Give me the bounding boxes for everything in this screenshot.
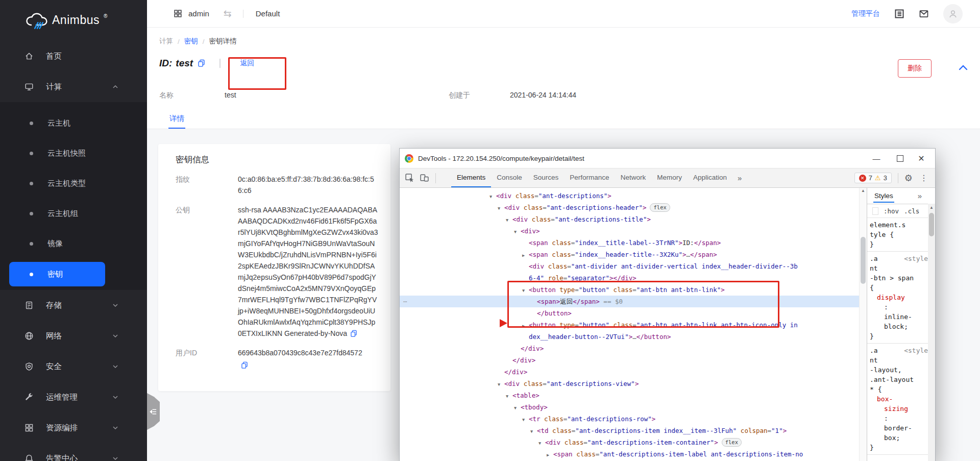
admin-platform-link[interactable]: 管理平台	[851, 9, 880, 18]
dom-tree-node[interactable]: ▼<button type="button" class="ant-btn an…	[400, 284, 859, 296]
scrollbar-up-arrow[interactable]: ▲	[860, 188, 867, 193]
issues-badge[interactable]: ✕ 7 ⚠ 3	[854, 173, 892, 183]
flex-badge[interactable]: flex	[650, 203, 670, 212]
filter-input[interactable]	[872, 207, 878, 215]
devtools-tab-console[interactable]: Console	[491, 168, 528, 187]
dom-tree-node[interactable]: ▼<div class="ant-descriptions-title">	[400, 213, 859, 225]
style-rule-line[interactable]: * {	[870, 384, 933, 394]
style-rule-line[interactable]: sizing	[870, 404, 933, 414]
sidebar-subitem-active[interactable]: 密钥	[9, 262, 105, 286]
sidebar-item[interactable]: 存储	[0, 290, 147, 321]
style-rule-block[interactable]: <style>.ant-layout,.ant-layout* {box-siz…	[867, 344, 935, 455]
toggle-hover-state[interactable]: :hov	[884, 207, 899, 215]
dom-tree-node[interactable]: </div>	[400, 354, 859, 366]
style-rule-line[interactable]: nt	[870, 263, 933, 273]
dom-tree-node[interactable]: ▼<div class="ant-descriptions-item-conta…	[400, 436, 859, 448]
devtools-menu-dots-icon[interactable]: ⋮	[918, 173, 930, 183]
dom-tree-node[interactable]: dex__header-button--2VTui">…</button>	[400, 331, 859, 343]
expand-arrow-right-icon[interactable]: ▶	[522, 250, 529, 261]
device-toolbar-icon[interactable]	[420, 173, 429, 183]
minimize-button[interactable]: —	[869, 149, 884, 168]
dom-tree-node[interactable]: ▶<span class="index__header-title--3X2Ku…	[400, 249, 859, 260]
dom-tree-node[interactable]: </button>	[400, 307, 859, 319]
expand-arrow-down-icon[interactable]: ▼	[530, 426, 537, 438]
dom-tree-node[interactable]: ▼<div>	[400, 225, 859, 237]
mail-icon[interactable]	[919, 9, 929, 19]
toggle-class[interactable]: .cls	[904, 207, 919, 215]
close-button[interactable]: ✕	[914, 149, 929, 168]
sidebar-item-compute[interactable]: 计算	[0, 71, 147, 102]
devtools-titlebar[interactable]: DevTools - 172.20.154.250/compute/keypai…	[400, 149, 935, 168]
project-selector[interactable]: admin	[188, 9, 209, 18]
switch-project-icon[interactable]: ⇆	[224, 8, 232, 19]
elements-scrollbar[interactable]: ▲	[859, 188, 867, 461]
copy-id-icon[interactable]	[198, 59, 205, 67]
sidebar-subitem-item[interactable]: 云主机类型	[0, 168, 147, 199]
more-tabs-icon[interactable]: »	[732, 169, 747, 187]
breadcrumb-keypair[interactable]: 密钥	[184, 37, 198, 46]
expand-arrow-down-icon[interactable]: ▼	[506, 214, 512, 226]
flex-badge[interactable]: flex	[722, 438, 742, 447]
delete-button[interactable]: 删除	[898, 59, 932, 78]
sidebar-item[interactable]: 安全	[0, 351, 147, 382]
expand-arrow-down-icon[interactable]: ▼	[514, 402, 521, 414]
task-list-icon[interactable]	[894, 9, 904, 19]
dom-tree-node[interactable]: ▶<button type="button" class="ant-btn an…	[400, 319, 859, 331]
styles-scrollbar[interactable]: ▲	[928, 204, 935, 461]
sidebar-subitem-item[interactable]: 镜像	[0, 229, 147, 259]
sidebar-subitem-item[interactable]: 云主机	[0, 108, 147, 138]
dom-tree-node[interactable]: <span class="index__title-label--3TrNR">…	[400, 237, 859, 249]
devtools-tab-memory[interactable]: Memory	[651, 168, 688, 187]
tab-detail[interactable]: 详情	[168, 110, 185, 129]
expand-arrow-down-icon[interactable]: ▼	[489, 191, 496, 203]
breadcrumb-compute[interactable]: 计算	[159, 37, 173, 46]
expand-arrow-down-icon[interactable]: ▼	[498, 379, 504, 391]
style-rule-block[interactable]: <style>.ant-btn > span{display:inline-bl…	[867, 252, 935, 344]
dom-tree-node[interactable]: </div>	[400, 343, 859, 354]
expand-arrow-right-icon[interactable]: ▶	[547, 449, 553, 461]
sidebar-item[interactable]: 网络	[0, 321, 147, 351]
expand-arrow-down-icon[interactable]: ▼	[522, 285, 529, 297]
sidebar-item[interactable]: 资源编排	[0, 413, 147, 443]
expand-arrow-right-icon[interactable]: ▶	[522, 320, 529, 332]
copy-icon[interactable]	[241, 361, 248, 369]
style-rule-line[interactable]: -layout,	[870, 365, 933, 375]
styles-filter-bar[interactable]: :hov .cls	[867, 204, 935, 218]
style-rule-line[interactable]: inline-	[870, 312, 933, 322]
dom-tree-node[interactable]: ▼<div class="ant-descriptions">	[400, 190, 859, 202]
inspect-element-icon[interactable]	[405, 173, 414, 183]
dom-tree-node[interactable]: ▼<tr class="ant-descriptions-row">	[400, 413, 859, 425]
style-rule-line[interactable]: display	[870, 293, 933, 302]
scrollbar-thumb[interactable]	[861, 237, 866, 284]
devtools-tab-application[interactable]: Application	[688, 168, 732, 187]
avatar[interactable]	[943, 4, 963, 23]
style-rule-line[interactable]: block;	[870, 322, 933, 331]
style-rule-line[interactable]: tyle {	[870, 230, 933, 239]
back-button[interactable]: 返回	[240, 59, 254, 68]
style-rule-line[interactable]: }	[870, 331, 933, 341]
sidebar-subitem-item[interactable]: 云主机组	[0, 199, 147, 229]
style-rule-line[interactable]: border-	[870, 423, 933, 433]
collapse-detail-chevron-up-icon[interactable]	[958, 62, 969, 74]
style-rule-line[interactable]: .ant-layout	[870, 375, 933, 384]
expand-arrow-down-icon[interactable]: ▼	[498, 203, 504, 214]
style-rule-line[interactable]: element.s	[870, 220, 933, 230]
region-selector[interactable]: Default	[256, 9, 280, 18]
settings-gear-icon[interactable]: ⚙	[904, 173, 913, 184]
devtools-tab-elements[interactable]: Elements	[451, 168, 491, 187]
scrollbar-up-arrow[interactable]: ▲	[928, 205, 935, 210]
dom-tree-node[interactable]: ▼<div class="ant-descriptions-view">	[400, 378, 859, 390]
maximize-button[interactable]	[892, 149, 908, 168]
devtools-tab-network[interactable]: Network	[615, 168, 652, 187]
style-rule-line[interactable]: box-	[870, 394, 933, 404]
dom-tree-node[interactable]: ▼<div class="ant-descriptions-header">fl…	[400, 202, 859, 213]
style-rule-line[interactable]: }	[870, 239, 933, 249]
dom-tree-node[interactable]: ▼<tbody>	[400, 401, 859, 413]
dom-tree-node[interactable]: ⋯<span>返回</span> == $0	[400, 296, 859, 307]
sidebar-subitem-item[interactable]: 云主机快照	[0, 138, 147, 168]
sidebar-item-home[interactable]: 首页	[0, 41, 147, 71]
copy-icon[interactable]	[350, 330, 357, 337]
style-rule-line[interactable]: <style>.a	[870, 346, 933, 355]
dom-tree-node[interactable]: ▼<table>	[400, 390, 859, 401]
devtools-tab-sources[interactable]: Sources	[528, 168, 565, 187]
